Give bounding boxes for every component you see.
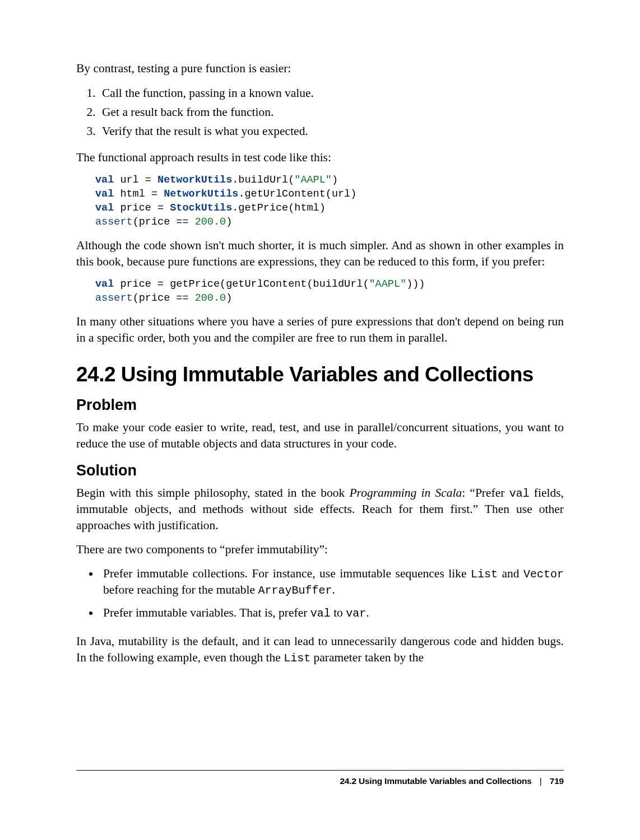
footer-section-title: 24.2 Using Immutable Variables and Colle… — [340, 776, 531, 786]
footer-page-number: 719 — [550, 776, 564, 786]
paragraph: Although the code shown isn't much short… — [76, 237, 564, 270]
bullet-item: Prefer immutable variables. That is, pre… — [100, 605, 564, 621]
step-item: Get a result back from the function. — [99, 104, 564, 120]
footer-separator: | — [540, 776, 542, 786]
paragraph-java: In Java, mutability is the default, and … — [76, 633, 564, 666]
section-heading: 24.2 Using Immutable Variables and Colle… — [76, 363, 564, 386]
paragraph: There are two components to “prefer immu… — [76, 542, 564, 558]
subheading-solution: Solution — [76, 462, 564, 479]
paragraph: In many other situations where you have … — [76, 314, 564, 346]
code-block-1: val url = NetworkUtils.buildUrl("AAPL") … — [95, 174, 564, 230]
subheading-problem: Problem — [76, 396, 564, 414]
paragraph-solution: Begin with this simple philosophy, state… — [76, 485, 564, 534]
step-item: Call the function, passing in a known va… — [99, 85, 564, 101]
paragraph-problem: To make your code easier to write, read,… — [76, 419, 564, 452]
page-footer: 24.2 Using Immutable Variables and Colle… — [76, 770, 564, 786]
page: By contrast, testing a pure function is … — [0, 0, 640, 840]
paragraph: The functional approach results in test … — [76, 150, 564, 166]
footer-line: 24.2 Using Immutable Variables and Colle… — [76, 776, 564, 786]
bullet-list: Prefer immutable collections. For instan… — [76, 566, 564, 621]
paragraph-intro: By contrast, testing a pure function is … — [76, 60, 564, 77]
step-item: Verify that the result is what you expec… — [99, 123, 564, 139]
code-block-2: val price = getPrice(getUrlContent(build… — [95, 278, 564, 306]
ordered-steps: Call the function, passing in a known va… — [76, 85, 564, 139]
footer-rule — [76, 770, 564, 771]
bullet-item: Prefer immutable collections. For instan… — [100, 566, 564, 598]
